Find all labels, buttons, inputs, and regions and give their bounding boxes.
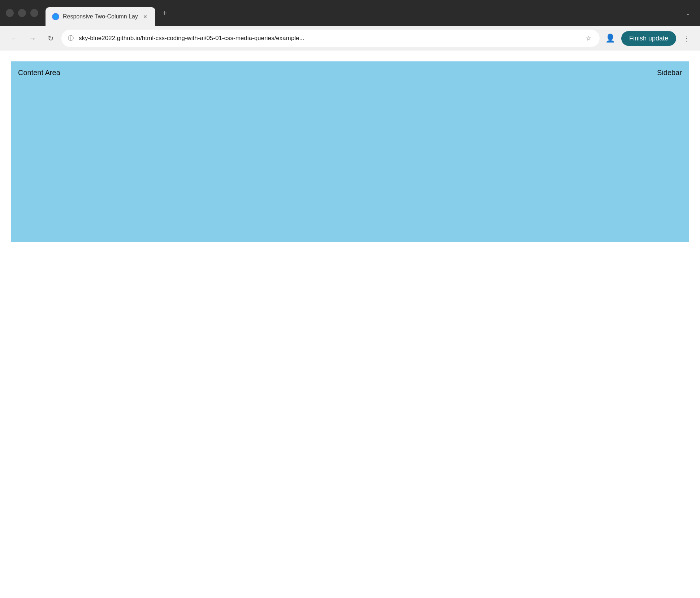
finish-update-button[interactable]: Finish update xyxy=(621,31,676,46)
content-area: Content Area xyxy=(11,61,588,242)
more-options-button[interactable]: ⋮ xyxy=(680,32,693,45)
site-info-icon[interactable]: ⓘ xyxy=(66,34,75,43)
sidebar-area: Sidebar xyxy=(588,61,689,242)
tab-bar: 🌐 Responsive Two-Column Lay ✕ + ⌄ xyxy=(0,0,700,26)
toolbar: ← → ↻ ⓘ ☆ 👤 Finish update ⋮ xyxy=(0,26,700,51)
active-tab[interactable]: 🌐 Responsive Two-Column Lay ✕ xyxy=(46,7,155,26)
address-bar[interactable]: ⓘ ☆ xyxy=(61,30,600,47)
browser-content: Content Area Sidebar xyxy=(0,51,700,598)
sidebar-label: Sidebar xyxy=(657,69,682,77)
window-controls xyxy=(6,9,38,17)
two-column-layout: Content Area Sidebar xyxy=(11,61,689,242)
new-tab-button[interactable]: + xyxy=(158,6,171,20)
url-input[interactable] xyxy=(79,35,579,42)
reload-button[interactable]: ↻ xyxy=(43,31,58,46)
maximize-button[interactable] xyxy=(30,9,38,17)
bookmark-star-icon[interactable]: ☆ xyxy=(583,32,595,44)
browser-window: 🌐 Responsive Two-Column Lay ✕ + ⌄ ← → ↻ … xyxy=(0,0,700,598)
tab-title: Responsive Two-Column Lay xyxy=(63,13,138,20)
forward-button[interactable]: → xyxy=(25,31,40,46)
tab-favicon-icon: 🌐 xyxy=(52,13,59,20)
minimize-button[interactable] xyxy=(18,9,26,17)
tab-list-chevron-icon[interactable]: ⌄ xyxy=(681,6,694,20)
tab-bar-right: ⌄ xyxy=(681,6,694,20)
tab-close-button[interactable]: ✕ xyxy=(142,13,149,20)
content-area-label: Content Area xyxy=(18,69,60,77)
profile-button[interactable]: 👤 xyxy=(603,31,618,46)
close-button[interactable] xyxy=(6,9,14,17)
back-button[interactable]: ← xyxy=(7,31,22,46)
